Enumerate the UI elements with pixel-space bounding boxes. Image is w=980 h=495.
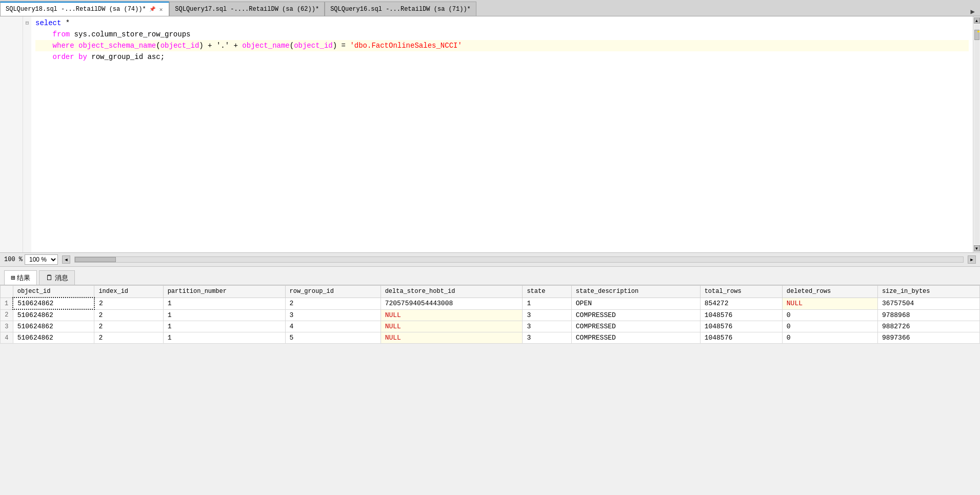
- cell-index-id[interactable]: 2: [94, 309, 163, 321]
- editor-statusbar: 100 % 100 % 75 % 125 % 150 % ◀ ▶: [0, 252, 980, 267]
- cell-size-in-bytes[interactable]: 9882726: [877, 321, 979, 332]
- vscroll-down-btn[interactable]: ▼: [974, 245, 980, 251]
- table-row[interactable]: 3510624862214NULL3COMPRESSED104857609882…: [1, 321, 980, 332]
- results-tabs: ⊞ 结果 🗒 消息: [0, 267, 980, 285]
- editor-vscrollbar[interactable]: ▲ ▼: [973, 16, 980, 252]
- code-space-3: [74, 40, 78, 51]
- cell-partition-number[interactable]: 1: [163, 309, 285, 321]
- cell-total-rows[interactable]: 854272: [700, 298, 782, 309]
- keyword-select: select: [35, 17, 61, 29]
- cell-total-rows[interactable]: 1048576: [700, 332, 782, 344]
- cell-row-group-id[interactable]: 4: [285, 321, 381, 332]
- tab-query18[interactable]: SQLQuery18.sql -...RetailDW (sa (74))* 📌…: [0, 2, 169, 16]
- results-tab-messages[interactable]: 🗒 消息: [39, 270, 75, 285]
- header-total-rows: total_rows: [700, 286, 782, 298]
- fold-icon-2: [23, 29, 31, 40]
- cell-row-group-id[interactable]: 3: [285, 309, 381, 321]
- zoom-label: 100 %: [4, 256, 23, 263]
- tab-close-icon[interactable]: ✕: [158, 6, 164, 13]
- vscroll-track[interactable]: [974, 25, 979, 244]
- cell-delta-store-hobt-id[interactable]: 72057594054443008: [381, 298, 523, 309]
- cell-total-rows[interactable]: 1048576: [700, 309, 782, 321]
- keyword-from: from: [53, 29, 70, 40]
- line-num-3: [0, 40, 19, 51]
- table-row[interactable]: 1510624862212720575940544430081OPEN85427…: [1, 298, 980, 309]
- cell-partition-number[interactable]: 1: [163, 321, 285, 332]
- code-paren1: (: [156, 40, 160, 51]
- vscroll-up-btn[interactable]: ▲: [974, 17, 980, 24]
- cell-state-description[interactable]: COMPRESSED: [571, 309, 700, 321]
- fn-object-schema-name: object_schema_name: [78, 40, 156, 51]
- tab-bar-right: ▶: [968, 7, 980, 16]
- code-star: *: [61, 17, 70, 29]
- scroll-marker-yellow: [977, 31, 979, 32]
- zoom-dropdown[interactable]: 100 % 75 % 125 % 150 %: [25, 254, 58, 265]
- results-tab-label: 结果: [17, 273, 30, 283]
- editor-container: ⊟ select * from sys.column_store_row_gro…: [0, 16, 980, 252]
- hscroll-track[interactable]: [74, 256, 964, 263]
- tab-scroll-right-btn[interactable]: ▶: [968, 7, 978, 16]
- cell-state[interactable]: 1: [523, 298, 571, 309]
- cell-state-description[interactable]: COMPRESSED: [571, 321, 700, 332]
- code-orderby-col: row_group_id asc;: [87, 51, 165, 63]
- code-editor[interactable]: select * from sys.column_store_row_group…: [31, 16, 973, 252]
- code-eq: =: [337, 40, 350, 51]
- code-indent-2: [35, 29, 53, 40]
- header-row-group-id: row_group_id: [285, 286, 381, 298]
- cell-size-in-bytes[interactable]: 36757504: [877, 298, 979, 309]
- tab-query16[interactable]: SQLQuery16.sql -...RetailDW (sa (71))*: [325, 2, 476, 16]
- code-line-1: select *: [35, 17, 969, 29]
- header-size-in-bytes: size_in_bytes: [877, 286, 979, 298]
- cell-row-group-id[interactable]: 5: [285, 332, 381, 344]
- results-table: object_id index_id partition_number row_…: [0, 285, 980, 344]
- cell-state-description[interactable]: COMPRESSED: [571, 332, 700, 344]
- code-concat: + '.' +: [204, 40, 243, 51]
- cell-total-rows[interactable]: 1048576: [700, 321, 782, 332]
- cell-row-group-id[interactable]: 2: [285, 298, 381, 309]
- cell-state[interactable]: 3: [523, 332, 571, 344]
- cell-object-id[interactable]: 510624862: [13, 298, 94, 309]
- cell-index-id[interactable]: 2: [94, 298, 163, 309]
- tab-bar: SQLQuery18.sql -...RetailDW (sa (74))* 📌…: [0, 0, 980, 16]
- hscroll-left-btn[interactable]: ◀: [62, 255, 70, 264]
- header-index-id: index_id: [94, 286, 163, 298]
- fold-icon-3: [23, 40, 31, 51]
- tab-pin-icon[interactable]: 📌: [149, 6, 155, 12]
- header-partition-number: partition_number: [163, 286, 285, 298]
- line-gutter: [0, 16, 23, 252]
- row-num-cell: 2: [1, 309, 13, 321]
- cell-partition-number[interactable]: 1: [163, 332, 285, 344]
- cell-deleted-rows[interactable]: 0: [782, 321, 877, 332]
- line-num-2: [0, 29, 19, 40]
- hscroll-thumb[interactable]: [75, 257, 116, 262]
- code-paren3: (: [290, 40, 294, 51]
- cell-delta-store-hobt-id[interactable]: NULL: [381, 321, 523, 332]
- cell-state[interactable]: 3: [523, 321, 571, 332]
- string-value: 'dbo.FactOnlineSales_NCCI': [350, 40, 462, 51]
- cell-state[interactable]: 3: [523, 309, 571, 321]
- cell-state-description[interactable]: OPEN: [571, 298, 700, 309]
- cell-object-id[interactable]: 510624862: [13, 309, 94, 321]
- header-deleted-rows: deleted_rows: [782, 286, 877, 298]
- cell-deleted-rows[interactable]: NULL: [782, 298, 877, 309]
- messages-tab-label: 消息: [55, 273, 68, 283]
- cell-size-in-bytes[interactable]: 9788968: [877, 309, 979, 321]
- cell-index-id[interactable]: 2: [94, 332, 163, 344]
- hscroll-right-btn[interactable]: ▶: [968, 255, 976, 264]
- table-row[interactable]: 4510624862215NULL3COMPRESSED104857609897…: [1, 332, 980, 344]
- results-area[interactable]: object_id index_id partition_number row_…: [0, 285, 980, 344]
- cell-object-id[interactable]: 510624862: [13, 332, 94, 344]
- cell-deleted-rows[interactable]: 0: [782, 309, 877, 321]
- table-row[interactable]: 2510624862213NULL3COMPRESSED104857609788…: [1, 309, 980, 321]
- cell-size-in-bytes[interactable]: 9897366: [877, 332, 979, 344]
- cell-index-id[interactable]: 2: [94, 321, 163, 332]
- results-tab-results[interactable]: ⊞ 结果: [4, 270, 37, 285]
- cell-object-id[interactable]: 510624862: [13, 321, 94, 332]
- cell-partition-number[interactable]: 1: [163, 298, 285, 309]
- cell-delta-store-hobt-id[interactable]: NULL: [381, 332, 523, 344]
- fold-icon-1[interactable]: ⊟: [23, 17, 31, 29]
- cell-deleted-rows[interactable]: 0: [782, 332, 877, 344]
- tab-query17[interactable]: SQLQuery17.sql -....RetailDW (sa (62))*: [169, 2, 325, 16]
- code-line-4: order by row_group_id asc;: [35, 51, 969, 63]
- cell-delta-store-hobt-id[interactable]: NULL: [381, 309, 523, 321]
